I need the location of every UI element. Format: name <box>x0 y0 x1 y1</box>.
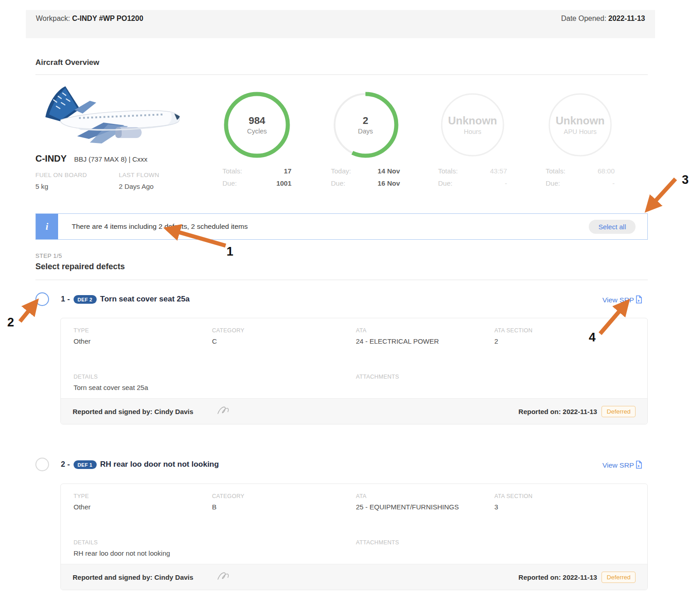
field-details-value: Torn seat cover seat 25a <box>74 384 356 391</box>
last-flown-value: 2 Days Ago <box>119 183 159 190</box>
last-flown: LAST FLOWN 2 Days Ago <box>119 172 159 190</box>
field-ata-section: ATA SECTION 2 <box>494 327 635 345</box>
aircraft-quick-facts: FUEL ON BOARD 5 kg LAST FLOWN 2 Days Ago <box>35 172 159 190</box>
step-indicator: STEP 1/5 <box>35 252 62 259</box>
workpack-page: Workpack: C-INDY #WP PO1200 Date Opened:… <box>0 0 700 602</box>
stat-value: 17 <box>284 167 291 175</box>
fuel-on-board: FUEL ON BOARD 5 kg <box>35 172 87 190</box>
gauge-cycles-value: 984 <box>249 115 266 127</box>
reported-by-text: Reported and signed by: Cindy Davis <box>73 408 193 415</box>
reported-by-text: Reported and signed by: Cindy Davis <box>73 573 193 581</box>
step-title: Select repaired defects <box>35 262 125 271</box>
stat-value: - <box>612 179 615 187</box>
field-type: TYPE Other <box>74 327 212 345</box>
aircraft-model: BBJ (737 MAX 8) | Cxxx <box>74 155 147 163</box>
workpack-value: C-INDY #WP PO1200 <box>72 15 143 22</box>
file-export-icon <box>635 459 643 471</box>
defect-1-radio[interactable] <box>35 292 49 306</box>
step-divider <box>35 280 648 280</box>
view-srp-label: View SRP <box>602 461 634 469</box>
defect-1-index: 1 - <box>61 295 70 304</box>
stat-label: Totals: <box>438 167 458 175</box>
gauge-days-ring: 2 Days <box>331 91 399 159</box>
date-opened-value: 2022-11-13 <box>608 15 645 22</box>
field-ata-value: 24 - ELECTRICAL POWER <box>356 337 494 345</box>
signature-image <box>214 569 235 585</box>
gauge-cycles-unit: Cycles <box>247 128 267 135</box>
aircraft-registration: C-INDY <box>35 153 67 163</box>
stat-value: 14 Nov <box>378 167 400 175</box>
gauge-apu-hours-value: Unknown <box>556 114 605 127</box>
stat-value: 16 Nov <box>378 179 400 187</box>
field-type-value: Other <box>74 337 212 345</box>
field-details-value: RH rear loo door not not looking <box>74 549 356 557</box>
reported-on-text: Reported on: 2022-11-13 <box>518 573 597 581</box>
field-ata-value: 25 - EQUIPMENT/FURNISHINGS <box>356 503 494 511</box>
field-category-value: C <box>212 337 356 345</box>
field-type-label: TYPE <box>74 327 212 334</box>
defect-1-view-srp-link[interactable]: View SRP <box>602 294 643 306</box>
stat-label: Totals: <box>222 167 242 175</box>
fuel-value: 5 kg <box>35 183 87 190</box>
field-ata-section-value: 2 <box>494 337 635 345</box>
field-ata-section-value: 3 <box>494 503 635 511</box>
file-export-icon <box>635 294 643 306</box>
aircraft-image <box>35 83 188 151</box>
defect-2-radio[interactable] <box>35 458 49 471</box>
fuel-label: FUEL ON BOARD <box>35 172 87 178</box>
annotation-label-2: 2 <box>7 316 14 330</box>
stat-label: Due: <box>222 179 237 187</box>
aircraft-identity: C-INDY BBJ (737 MAX 8) | Cxxx <box>35 153 148 164</box>
stat-value: 68:00 <box>597 167 615 175</box>
field-attachments: ATTACHMENTS <box>356 539 494 557</box>
stat-value: 1001 <box>276 179 291 187</box>
info-icon: i <box>36 214 58 239</box>
workpack-header-bar: Workpack: C-INDY #WP PO1200 Date Opened:… <box>26 10 655 38</box>
field-ata-section: ATA SECTION 3 <box>494 493 635 511</box>
gauge-hours-value: Unknown <box>448 114 497 127</box>
status-badge-deferred: Deferred <box>601 406 636 417</box>
gauge-days-unit: Days <box>358 128 373 135</box>
gauge-cycles: 984 Cycles Totals:17 Due:1001 <box>220 91 294 187</box>
field-ata: ATA 24 - ELECTRICAL POWER <box>356 327 494 345</box>
stat-label: Totals: <box>546 167 565 175</box>
field-details-label: DETAILS <box>74 539 356 546</box>
annotation-arrow-2 <box>20 301 36 321</box>
defect-2-view-srp-link[interactable]: View SRP <box>602 459 643 471</box>
field-attachments-label: ATTACHMENTS <box>356 374 494 380</box>
workpack-title: Workpack: C-INDY #WP PO1200 <box>36 15 143 38</box>
field-details: DETAILS RH rear loo door not not looking <box>74 539 356 557</box>
workpack-label: Workpack: <box>36 15 70 22</box>
gauge-apu-hours-ring: Unknown APU Hours <box>546 91 614 159</box>
gauge-hours-ring: Unknown Hours <box>439 91 507 159</box>
date-opened-label: Date Opened: <box>561 15 606 22</box>
gauge-apu-hours: Unknown APU Hours Totals:68:00 Due:- <box>543 91 617 187</box>
defect-row-2-header: 2 - DEF 1 RH rear loo door not not looki… <box>35 458 219 471</box>
field-ata-section-label: ATA SECTION <box>494 327 635 334</box>
defect-row-1-header: 1 - DEF 2 Torn seat cover seat 25a <box>35 292 190 306</box>
stat-value: - <box>505 179 507 187</box>
field-ata-section-label: ATA SECTION <box>494 493 635 499</box>
stat-label: Due: <box>331 179 345 187</box>
select-all-button[interactable]: Select all <box>589 220 636 234</box>
defect-2-index: 2 - <box>61 460 70 469</box>
defect-1-card: TYPE Other CATEGORY C ATA 24 - ELECTRICA… <box>60 318 648 424</box>
field-category-value: B <box>212 503 356 511</box>
stat-value: 43:57 <box>490 167 507 175</box>
defect-2-title: RH rear loo door not not looking <box>100 460 219 469</box>
field-category: CATEGORY B <box>212 493 356 511</box>
defect-1-title: Torn seat cover seat 25a <box>100 295 190 304</box>
reported-on-text: Reported on: 2022-11-13 <box>518 408 597 415</box>
defect-2-card: TYPE Other CATEGORY B ATA 25 - EQUIPMENT… <box>60 484 648 590</box>
field-ata-label: ATA <box>356 327 494 334</box>
field-category: CATEGORY C <box>212 327 356 345</box>
defect-2-footer: Reported and signed by: Cindy Davis Repo… <box>61 564 647 590</box>
gauge-days-value: 2 <box>363 115 368 127</box>
field-attachments-label: ATTACHMENTS <box>356 539 494 546</box>
annotation-label-1: 1 <box>227 245 233 259</box>
field-category-label: CATEGORY <box>212 327 356 334</box>
items-info-banner: i There are 4 items including 2 defects,… <box>35 213 648 240</box>
gauge-apu-hours-unit: APU Hours <box>564 128 597 135</box>
field-type: TYPE Other <box>74 493 212 511</box>
signature-image <box>214 404 235 419</box>
